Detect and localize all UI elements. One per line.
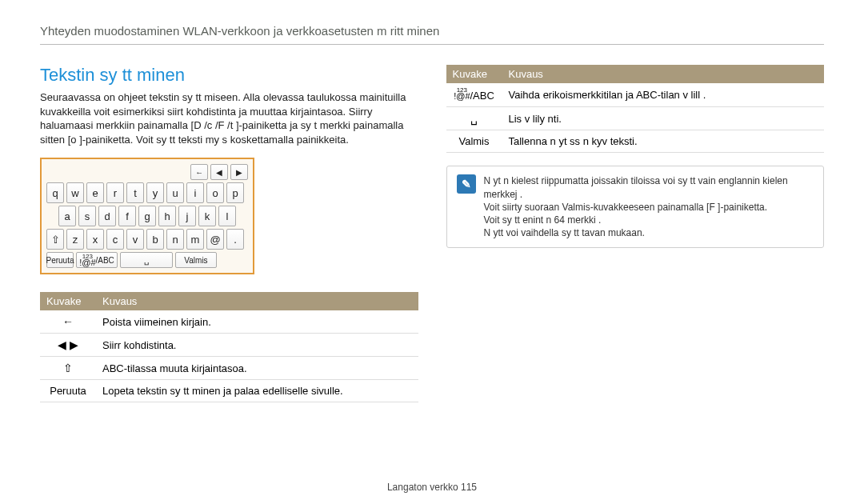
page-footer: Langaton verkko 115 — [0, 482, 864, 493]
table-row: 123 !@# /ABC Vaihda erikoismerkkitilan j… — [446, 83, 825, 107]
mode-right: /ABC — [96, 256, 114, 265]
table-row: Peruuta Lopeta tekstin sy tt minen ja pa… — [40, 380, 418, 402]
key-cancel[interactable]: Peruuta — [46, 252, 74, 268]
keyboard-figure: ← ◀ ▶ q w e r t y u i o p — [40, 158, 254, 274]
info-note: ✎ N yt n kielest riippumatta joissakin t… — [446, 166, 825, 248]
key-j[interactable]: j — [178, 206, 196, 226]
table-row: ␣ Lis v lily nti. — [446, 107, 825, 130]
desc-cell: Poista viimeinen kirjain. — [96, 310, 418, 334]
key-l[interactable]: l — [218, 206, 236, 226]
table-row: ← Poista viimeinen kirjain. — [40, 310, 418, 334]
key-u[interactable]: u — [166, 182, 184, 203]
key-k[interactable]: k — [198, 206, 216, 226]
key-r[interactable]: r — [106, 182, 124, 203]
page-header: Yhteyden muodostaminen WLAN-verkkoon ja … — [40, 24, 824, 45]
key-p[interactable]: p — [226, 182, 244, 203]
key-backspace[interactable]: ← — [190, 164, 208, 180]
key-a[interactable]: a — [58, 206, 76, 226]
icon-table-left: Kuvake Kuvaus ← Poista viimeinen kirjain… — [40, 292, 418, 402]
section-title: Tekstin sy tt minen — [40, 65, 418, 86]
key-c[interactable]: c — [106, 229, 124, 250]
cursor-arrows-icon: ◀ ▶ — [58, 338, 78, 351]
icon-table-right: Kuvake Kuvaus 123 !@# /ABC Vaihda erikoi… — [446, 65, 825, 153]
key-o[interactable]: o — [206, 182, 224, 203]
backspace-icon: ← — [62, 315, 74, 328]
note-line: Voit sy tt enint n 64 merkki . — [484, 214, 814, 226]
table-row: ⇧ ABC-tilassa muuta kirjaintasoa. — [40, 357, 418, 380]
key-m[interactable]: m — [186, 229, 204, 250]
key-at[interactable]: @ — [206, 229, 224, 250]
mode-switch-right: /ABC — [470, 90, 494, 102]
note-icon: ✎ — [457, 174, 476, 194]
desc-cell: Siirr kohdistinta. — [96, 334, 418, 357]
key-g[interactable]: g — [138, 206, 156, 226]
footer-page-number: 115 — [461, 482, 477, 493]
key-d[interactable]: d — [98, 206, 116, 226]
th-desc: Kuvaus — [96, 292, 418, 310]
key-mode-switch[interactable]: 123 !@# /ABC — [76, 252, 118, 268]
key-x[interactable]: x — [86, 229, 104, 250]
key-b[interactable]: b — [146, 229, 164, 250]
key-y[interactable]: y — [146, 182, 164, 203]
key-q[interactable]: q — [46, 182, 64, 203]
key-cursor-left[interactable]: ◀ — [210, 164, 228, 180]
key-t[interactable]: t — [126, 182, 144, 203]
intro-text: Seuraavassa on ohjeet tekstin sy tt mise… — [40, 90, 418, 146]
key-n[interactable]: n — [166, 229, 184, 250]
done-label-icon: Valmis — [458, 135, 489, 147]
key-cursor-right[interactable]: ▶ — [230, 164, 248, 180]
key-z[interactable]: z — [66, 229, 84, 250]
desc-cell: Lopeta tekstin sy tt minen ja palaa edel… — [96, 380, 418, 402]
key-i[interactable]: i — [186, 182, 204, 203]
desc-cell: Lis v lily nti. — [502, 107, 825, 130]
note-line: N ytt voi vaihdella sy tt tavan mukaan. — [484, 226, 814, 239]
mode-bot: !@# — [79, 259, 95, 266]
mode-switch-icon: 123 !@# — [454, 88, 470, 100]
key-w[interactable]: w — [66, 182, 84, 203]
key-dot[interactable]: . — [226, 229, 244, 250]
key-done[interactable]: Valmis — [175, 252, 217, 268]
note-line: Voit siirty suoraan Valmis-kuvakkeeseen … — [484, 201, 814, 214]
table-row: ◀ ▶ Siirr kohdistinta. — [40, 334, 418, 357]
key-space[interactable]: ␣ — [120, 252, 173, 268]
desc-cell: Vaihda erikoismerkkitilan ja ABC-tilan v… — [502, 83, 825, 107]
key-shift[interactable]: ⇧ — [46, 229, 64, 250]
shift-icon: ⇧ — [63, 362, 73, 374]
key-e[interactable]: e — [86, 182, 104, 203]
space-icon: ␣ — [470, 112, 478, 125]
th-desc: Kuvaus — [502, 65, 825, 83]
desc-cell: Tallenna n yt ss n kyv teksti. — [502, 130, 825, 153]
note-line: N yt n kielest riippumatta joissakin til… — [484, 174, 814, 200]
key-h[interactable]: h — [158, 206, 176, 226]
key-f[interactable]: f — [118, 206, 136, 226]
cancel-label-icon: Peruuta — [50, 385, 86, 397]
table-row: Valmis Tallenna n yt ss n kyv teksti. — [446, 130, 825, 153]
th-icon: Kuvake — [446, 65, 502, 83]
key-v[interactable]: v — [126, 229, 144, 250]
desc-cell: ABC-tilassa muuta kirjaintasoa. — [96, 357, 418, 380]
th-icon: Kuvake — [40, 292, 96, 310]
key-s[interactable]: s — [78, 206, 96, 226]
footer-label: Langaton verkko — [387, 482, 458, 493]
